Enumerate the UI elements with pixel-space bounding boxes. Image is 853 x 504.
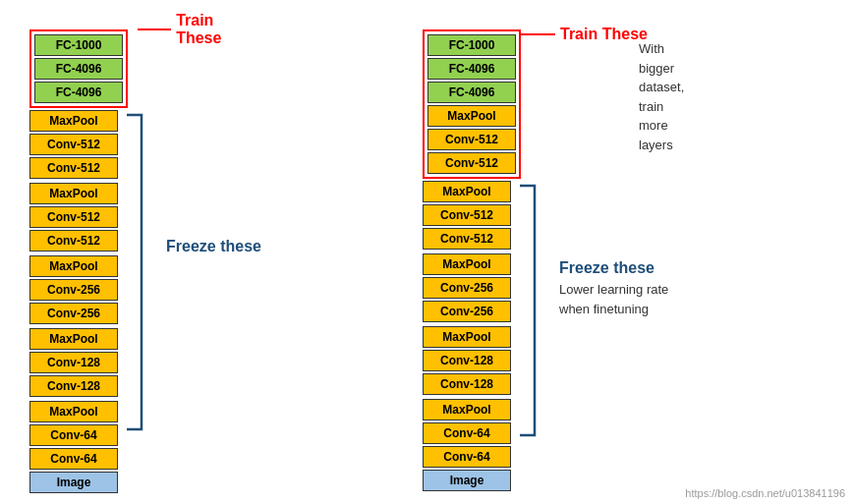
right-fc1000: FC-1000: [427, 34, 516, 56]
left-conv64-2: Conv-64: [29, 448, 118, 470]
left-conv512-1: Conv-512: [29, 134, 118, 155]
right-maxpool3: MaxPool: [423, 326, 511, 348]
right-conv128-2: Conv-128: [423, 373, 511, 395]
left-maxpool2: MaxPool: [29, 183, 118, 204]
right-conv128-1: Conv-128: [423, 350, 511, 371]
right-conv64-1: Conv-64: [423, 422, 511, 444]
left-freeze-label: Freeze these: [166, 238, 261, 255]
right-maxpool1: MaxPool: [423, 181, 511, 202]
right-freeze-section: MaxPool Conv-512 Conv-512 MaxPool Conv-2…: [423, 181, 668, 468]
right-image: Image: [423, 470, 511, 491]
right-train-label: Train These: [560, 26, 648, 43]
right-diagram: Train These With biggerdataset, trainmor…: [423, 10, 668, 493]
left-conv128-2: Conv-128: [29, 375, 118, 397]
right-fc4096-2: FC-4096: [427, 82, 516, 103]
left-maxpool3: MaxPool: [29, 255, 118, 277]
left-fc4096-1: FC-4096: [34, 58, 123, 80]
left-conv128-1: Conv-128: [29, 352, 118, 373]
watermark: https://blog.csdn.net/u013841196: [685, 487, 845, 499]
right-train-annotation: Train These: [521, 26, 648, 43]
right-train-group: FC-1000 FC-4096 FC-4096 MaxPool Conv-512…: [423, 29, 521, 179]
left-diagram: Train These FC-1000 FC-4096 FC-4096 MaxP…: [29, 10, 261, 495]
left-conv64-1: Conv-64: [29, 424, 118, 446]
right-conv512-1: Conv-512: [423, 204, 511, 226]
right-maxpool-train: MaxPool: [427, 105, 516, 127]
right-maxpool4: MaxPool: [423, 399, 511, 420]
right-fc4096-1: FC-4096: [427, 58, 516, 80]
left-conv256-1: Conv-256: [29, 279, 118, 301]
left-freeze-label-container: Freeze these: [166, 238, 261, 255]
left-fc4096-2: FC-4096: [34, 82, 123, 103]
left-freeze-layers: MaxPool Conv-512 Conv-512 MaxPool Conv-5…: [29, 110, 118, 470]
right-conv512-train-2: Conv-512: [427, 152, 516, 174]
right-conv64-2: Conv-64: [423, 446, 511, 468]
right-train-note: With biggerdataset, trainmore layers: [639, 39, 684, 154]
left-conv256-2: Conv-256: [29, 303, 118, 324]
left-maxpool4: MaxPool: [29, 328, 118, 350]
left-conv512-3: Conv-512: [29, 206, 118, 228]
right-conv256-1: Conv-256: [423, 277, 511, 299]
left-maxpool5: MaxPool: [29, 401, 118, 422]
right-conv512-train-1: Conv-512: [427, 129, 516, 150]
right-conv512-2: Conv-512: [423, 228, 511, 250]
left-image: Image: [29, 472, 118, 493]
left-freeze-bracket: [122, 110, 161, 434]
right-freeze-layers: MaxPool Conv-512 Conv-512 MaxPool Conv-2…: [423, 181, 511, 468]
left-train-annotation: Train These: [138, 12, 261, 47]
left-conv512-4: Conv-512: [29, 230, 118, 252]
left-train-group: FC-1000 FC-4096 FC-4096: [29, 29, 128, 108]
right-freeze-bracket: [515, 181, 554, 440]
left-conv512-2: Conv-512: [29, 157, 118, 179]
right-freeze-note: Lower learning ratewhen finetuning: [559, 280, 668, 318]
right-freeze-label-container: Freeze these Lower learning ratewhen fin…: [559, 259, 668, 318]
right-maxpool2: MaxPool: [423, 253, 511, 275]
left-fc1000: FC-1000: [34, 34, 123, 56]
left-freeze-section: MaxPool Conv-512 Conv-512 MaxPool Conv-5…: [29, 110, 261, 470]
right-conv256-2: Conv-256: [423, 301, 511, 322]
right-freeze-label: Freeze these: [559, 259, 668, 277]
left-maxpool1: MaxPool: [29, 110, 118, 132]
left-train-label: Train These: [176, 12, 261, 47]
